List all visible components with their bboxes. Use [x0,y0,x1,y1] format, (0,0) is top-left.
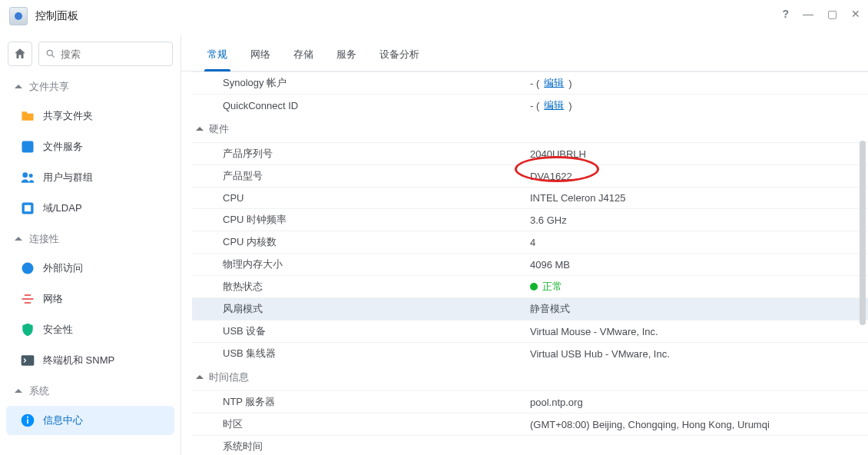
row-label: CPU [223,192,530,204]
close-button[interactable]: ✕ [851,8,860,20]
nav-label: 安全性 [43,323,73,337]
row-value: 2040UBRLH [530,148,586,160]
row-value: - (编辑) [530,98,572,112]
row-label: 物理内存大小 [223,257,530,271]
nav-label: 用户与群组 [43,171,93,184]
nav-label: 信息中心 [43,413,83,427]
tab-network[interactable]: 网络 [247,43,273,71]
nav-shared-folder[interactable]: 共享文件夹 [6,101,174,131]
content: DSM 版本 DSM 7.2.1-69057 Update 4 Synology… [181,71,868,455]
row-label: 时区 [223,417,530,431]
row-value: 静音模式 [530,302,570,316]
row-label: Synology 帐户 [223,76,530,90]
ldap-icon [20,201,35,216]
group-label: 时间信息 [209,370,249,384]
row-value: Virtual USB Hub - VMware, Inc. [530,348,670,360]
section-fileshare[interactable]: 文件共享 [0,72,181,100]
svg-point-3 [29,174,33,178]
value-suffix: ) [568,100,571,111]
chevron-up-icon [14,234,23,244]
scrollbar[interactable] [860,141,866,325]
row-fan: 风扇模式 静音模式 [192,297,868,320]
nav-user-group[interactable]: 用户与群组 [6,163,174,192]
row-usb-hub: USB 集线器 Virtual USB Hub - VMware, Inc. [192,342,868,364]
search-field[interactable] [38,42,173,66]
section-connect[interactable]: 连接性 [0,224,181,252]
svg-point-6 [22,263,34,274]
section-system[interactable]: 系统 [0,377,181,404]
group-label: 硬件 [209,122,229,136]
shield-icon [20,322,35,337]
group-hardware[interactable]: 硬件 [192,116,868,142]
svg-point-10 [27,417,28,418]
nav-ldap[interactable]: 域/LDAP [6,194,174,223]
row-label: CPU 时钟频率 [223,213,530,227]
row-value: - (编辑) [530,76,572,90]
svg-rect-7 [22,355,35,365]
row-label: QuickConnect ID [223,100,530,111]
file-service-icon [20,139,35,154]
minimize-button[interactable]: — [803,8,813,20]
row-label: 产品序列号 [223,147,530,161]
tab-general[interactable]: 常规 [204,43,230,71]
status-dot-icon [530,283,538,291]
row-label: USB 集线器 [223,347,530,360]
row-cpu-cores: CPU 内核数 4 [192,231,868,253]
value-prefix: - ( [530,78,539,89]
nav-security[interactable]: 安全性 [6,315,174,344]
globe-icon [20,261,35,276]
nav-label: 文件服务 [43,140,83,154]
tab-service[interactable]: 服务 [333,43,359,71]
row-label: USB 设备 [223,324,530,338]
row-value: pool.ntp.org [530,397,583,408]
row-tz: 时区 (GMT+08:00) Beijing, Chongqing, Hong … [192,413,868,435]
maximize-button[interactable]: ▢ [827,8,837,20]
tab-storage[interactable]: 存储 [290,43,316,71]
nav-label: 终端机和 SNMP [43,354,114,367]
row-value: INTEL Celeron J4125 [530,192,626,204]
home-button[interactable] [8,42,32,66]
nav: 文件共享 共享文件夹 文件服务 用户与群组 域/LDAP 连接性 外部访问 [0,72,181,455]
edit-link[interactable]: 编辑 [544,76,564,90]
help-icon[interactable]: ? [782,8,789,20]
row-usb-dev: USB 设备 Virtual Mouse - VMware, Inc. [192,320,868,342]
info-icon [20,413,35,428]
search-input[interactable] [61,48,166,60]
app-icon [9,7,28,25]
terminal-icon [20,353,35,368]
nav-terminal[interactable]: 终端机和 SNMP [6,346,174,375]
svg-rect-9 [27,419,28,423]
edit-link[interactable]: 编辑 [544,98,564,112]
row-serial: 产品序列号 2040UBRLH [192,142,868,164]
svg-rect-1 [22,141,34,153]
row-value: 4096 MB [530,259,570,271]
sidebar: 文件共享 共享文件夹 文件服务 用户与群组 域/LDAP 连接性 外部访问 [0,35,181,455]
nav-external-access[interactable]: 外部访问 [6,254,174,283]
row-value: 3.6 GHz [530,214,567,226]
row-cpu: CPU INTEL Celeron J4125 [192,187,868,208]
section-label: 文件共享 [29,80,69,94]
row-value: 4 [530,237,535,248]
row-value: 正常 [530,280,562,294]
sidebar-top [0,35,181,72]
row-quickconnect: QuickConnect ID - (编辑) [192,94,868,116]
row-value: DVA1622 [530,171,572,182]
nav-label: 共享文件夹 [43,109,93,123]
nav-info-center[interactable]: 信息中心 [6,406,174,435]
folder-icon [20,108,35,124]
nav-file-service[interactable]: 文件服务 [6,132,174,161]
tab-device[interactable]: 设备分析 [376,43,422,71]
svg-rect-5 [25,205,31,211]
chevron-up-icon [195,373,204,382]
search-icon [45,48,56,60]
window-title: 控制面板 [35,9,78,23]
titlebar: 控制面板 ? — ▢ ✕ [0,0,868,32]
chevron-up-icon [195,125,204,134]
group-time[interactable]: 时间信息 [192,364,868,390]
row-mem: 物理内存大小 4096 MB [192,253,868,275]
row-label: 散热状态 [223,280,530,294]
value-suffix: ) [568,78,571,89]
nav-network[interactable]: 网络 [6,284,174,314]
row-label: 系统时间 [223,440,530,453]
row-ntp: NTP 服务器 pool.ntp.org [192,390,868,413]
